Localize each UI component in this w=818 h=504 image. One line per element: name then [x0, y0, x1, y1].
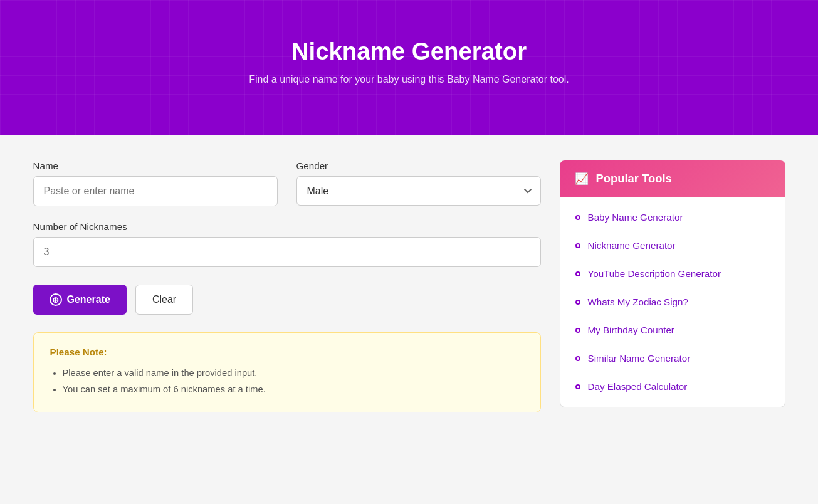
- name-input[interactable]: [33, 176, 278, 206]
- dot-icon-2: [575, 243, 580, 248]
- generate-button[interactable]: ⊕ Generate: [33, 285, 127, 315]
- sidebar-item-similar-name[interactable]: Similar Name Generator: [560, 344, 785, 372]
- dot-icon-1: [575, 215, 580, 220]
- sidebar-item-day-elapsed[interactable]: Day Elasped Calculator: [560, 372, 785, 401]
- sidebar-title: Popular Tools: [596, 172, 672, 186]
- sidebar: 📈 Popular Tools Baby Name Generator Nick…: [560, 160, 785, 407]
- dot-icon-7: [575, 384, 580, 389]
- page-subtitle: Find a unique name for your baby using t…: [13, 74, 805, 85]
- sidebar-label-1: Baby Name Generator: [588, 212, 683, 223]
- gender-label: Gender: [296, 160, 541, 171]
- note-item-1: Please enter a valid name in the provide…: [63, 365, 524, 381]
- sidebar-label-3: YouTube Description Generator: [588, 268, 721, 279]
- gender-select[interactable]: Male Female Any: [296, 176, 541, 206]
- nicknames-group: Number of Nicknames: [33, 221, 541, 267]
- sidebar-label-4: Whats My Zodiac Sign?: [588, 297, 688, 307]
- clear-button[interactable]: Clear: [135, 285, 193, 315]
- name-gender-row: Name Gender Male Female Any: [33, 160, 541, 206]
- trending-icon: 📈: [575, 172, 589, 186]
- note-title: Please Note:: [50, 347, 524, 357]
- nicknames-label: Number of Nicknames: [33, 221, 541, 232]
- sidebar-label-5: My Birthday Counter: [588, 325, 674, 335]
- nicknames-input[interactable]: [33, 237, 541, 267]
- page-title: Nickname Generator: [13, 38, 805, 65]
- generate-icon: ⊕: [50, 293, 62, 306]
- gender-group: Gender Male Female Any: [296, 160, 541, 206]
- main-container: Name Gender Male Female Any Number of Ni…: [14, 135, 804, 438]
- dot-icon-3: [575, 271, 580, 276]
- sidebar-item-zodiac[interactable]: Whats My Zodiac Sign?: [560, 288, 785, 316]
- sidebar-header: 📈 Popular Tools: [560, 160, 785, 197]
- sidebar-item-baby-name[interactable]: Baby Name Generator: [560, 203, 785, 231]
- sidebar-item-youtube[interactable]: YouTube Description Generator: [560, 260, 785, 288]
- sidebar-label-2: Nickname Generator: [588, 240, 676, 251]
- name-label: Name: [33, 160, 278, 171]
- name-group: Name: [33, 160, 278, 206]
- sidebar-label-6: Similar Name Generator: [588, 353, 691, 364]
- note-item-2: You can set a maximum of 6 nicknames at …: [63, 381, 524, 397]
- page-header: Nickname Generator Find a unique name fo…: [0, 0, 818, 135]
- content-area: Name Gender Male Female Any Number of Ni…: [33, 160, 541, 412]
- dot-icon-6: [575, 356, 580, 361]
- note-list: Please enter a valid name in the provide…: [50, 365, 524, 398]
- sidebar-label-7: Day Elasped Calculator: [588, 381, 688, 392]
- dot-icon-5: [575, 328, 580, 333]
- note-box: Please Note: Please enter a valid name i…: [33, 332, 541, 412]
- dot-icon-4: [575, 300, 580, 305]
- buttons-row: ⊕ Generate Clear: [33, 285, 541, 315]
- sidebar-item-birthday[interactable]: My Birthday Counter: [560, 316, 785, 344]
- sidebar-body: Baby Name Generator Nickname Generator Y…: [560, 197, 785, 407]
- nicknames-row: Number of Nicknames: [33, 221, 541, 267]
- sidebar-item-nickname[interactable]: Nickname Generator: [560, 231, 785, 260]
